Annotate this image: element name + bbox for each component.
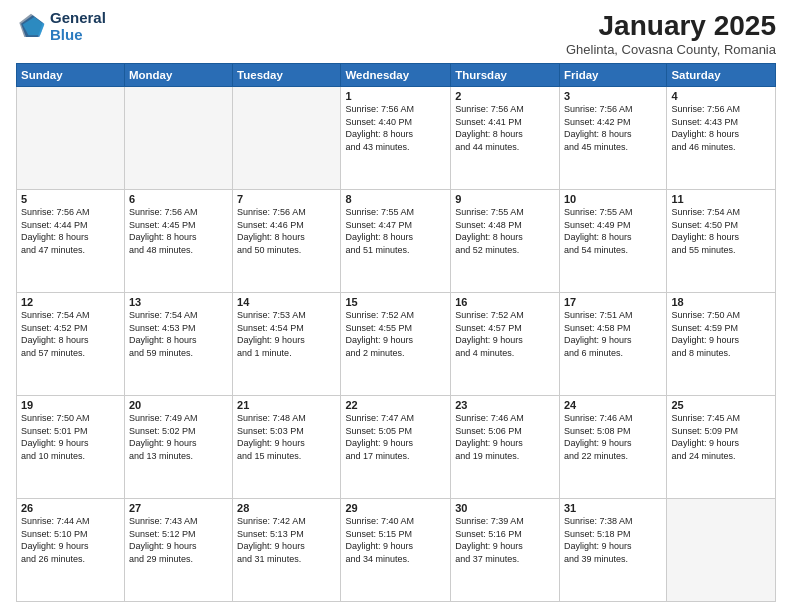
day-info: Sunrise: 7:56 AM Sunset: 4:40 PM Dayligh… bbox=[345, 103, 446, 153]
calendar-cell: 23Sunrise: 7:46 AM Sunset: 5:06 PM Dayli… bbox=[451, 396, 560, 499]
calendar-cell: 27Sunrise: 7:43 AM Sunset: 5:12 PM Dayli… bbox=[124, 499, 232, 602]
calendar-cell: 5Sunrise: 7:56 AM Sunset: 4:44 PM Daylig… bbox=[17, 190, 125, 293]
day-number: 15 bbox=[345, 296, 446, 308]
calendar-cell: 10Sunrise: 7:55 AM Sunset: 4:49 PM Dayli… bbox=[559, 190, 666, 293]
day-info: Sunrise: 7:53 AM Sunset: 4:54 PM Dayligh… bbox=[237, 309, 336, 359]
day-info: Sunrise: 7:52 AM Sunset: 4:55 PM Dayligh… bbox=[345, 309, 446, 359]
day-number: 21 bbox=[237, 399, 336, 411]
day-info: Sunrise: 7:48 AM Sunset: 5:03 PM Dayligh… bbox=[237, 412, 336, 462]
day-number: 27 bbox=[129, 502, 228, 514]
day-info: Sunrise: 7:55 AM Sunset: 4:47 PM Dayligh… bbox=[345, 206, 446, 256]
header: General Blue January 2025 Ghelinta, Cova… bbox=[16, 10, 776, 57]
calendar-cell: 14Sunrise: 7:53 AM Sunset: 4:54 PM Dayli… bbox=[233, 293, 341, 396]
th-monday: Monday bbox=[124, 64, 232, 87]
day-number: 12 bbox=[21, 296, 120, 308]
day-info: Sunrise: 7:39 AM Sunset: 5:16 PM Dayligh… bbox=[455, 515, 555, 565]
calendar-cell: 6Sunrise: 7:56 AM Sunset: 4:45 PM Daylig… bbox=[124, 190, 232, 293]
day-info: Sunrise: 7:46 AM Sunset: 5:08 PM Dayligh… bbox=[564, 412, 662, 462]
day-info: Sunrise: 7:38 AM Sunset: 5:18 PM Dayligh… bbox=[564, 515, 662, 565]
logo-icon bbox=[16, 12, 46, 42]
day-info: Sunrise: 7:40 AM Sunset: 5:15 PM Dayligh… bbox=[345, 515, 446, 565]
day-number: 28 bbox=[237, 502, 336, 514]
day-number: 29 bbox=[345, 502, 446, 514]
calendar-cell bbox=[233, 87, 341, 190]
logo: General Blue bbox=[16, 10, 106, 43]
location-subtitle: Ghelinta, Covasna County, Romania bbox=[566, 42, 776, 57]
day-info: Sunrise: 7:56 AM Sunset: 4:43 PM Dayligh… bbox=[671, 103, 771, 153]
calendar-cell: 3Sunrise: 7:56 AM Sunset: 4:42 PM Daylig… bbox=[559, 87, 666, 190]
calendar-week-4: 19Sunrise: 7:50 AM Sunset: 5:01 PM Dayli… bbox=[17, 396, 776, 499]
day-number: 6 bbox=[129, 193, 228, 205]
day-number: 18 bbox=[671, 296, 771, 308]
calendar-week-5: 26Sunrise: 7:44 AM Sunset: 5:10 PM Dayli… bbox=[17, 499, 776, 602]
calendar-cell: 18Sunrise: 7:50 AM Sunset: 4:59 PM Dayli… bbox=[667, 293, 776, 396]
day-info: Sunrise: 7:56 AM Sunset: 4:41 PM Dayligh… bbox=[455, 103, 555, 153]
calendar-cell: 7Sunrise: 7:56 AM Sunset: 4:46 PM Daylig… bbox=[233, 190, 341, 293]
calendar-cell: 28Sunrise: 7:42 AM Sunset: 5:13 PM Dayli… bbox=[233, 499, 341, 602]
day-number: 26 bbox=[21, 502, 120, 514]
header-row: Sunday Monday Tuesday Wednesday Thursday… bbox=[17, 64, 776, 87]
day-info: Sunrise: 7:55 AM Sunset: 4:48 PM Dayligh… bbox=[455, 206, 555, 256]
calendar-cell bbox=[17, 87, 125, 190]
calendar-cell: 9Sunrise: 7:55 AM Sunset: 4:48 PM Daylig… bbox=[451, 190, 560, 293]
day-info: Sunrise: 7:51 AM Sunset: 4:58 PM Dayligh… bbox=[564, 309, 662, 359]
th-friday: Friday bbox=[559, 64, 666, 87]
day-number: 7 bbox=[237, 193, 336, 205]
day-info: Sunrise: 7:43 AM Sunset: 5:12 PM Dayligh… bbox=[129, 515, 228, 565]
day-number: 23 bbox=[455, 399, 555, 411]
day-info: Sunrise: 7:55 AM Sunset: 4:49 PM Dayligh… bbox=[564, 206, 662, 256]
th-saturday: Saturday bbox=[667, 64, 776, 87]
logo-line2: Blue bbox=[50, 27, 106, 44]
calendar-cell: 16Sunrise: 7:52 AM Sunset: 4:57 PM Dayli… bbox=[451, 293, 560, 396]
day-number: 13 bbox=[129, 296, 228, 308]
day-info: Sunrise: 7:52 AM Sunset: 4:57 PM Dayligh… bbox=[455, 309, 555, 359]
calendar-cell: 29Sunrise: 7:40 AM Sunset: 5:15 PM Dayli… bbox=[341, 499, 451, 602]
day-info: Sunrise: 7:56 AM Sunset: 4:45 PM Dayligh… bbox=[129, 206, 228, 256]
day-info: Sunrise: 7:46 AM Sunset: 5:06 PM Dayligh… bbox=[455, 412, 555, 462]
day-number: 30 bbox=[455, 502, 555, 514]
th-tuesday: Tuesday bbox=[233, 64, 341, 87]
calendar-cell: 31Sunrise: 7:38 AM Sunset: 5:18 PM Dayli… bbox=[559, 499, 666, 602]
day-number: 14 bbox=[237, 296, 336, 308]
day-number: 24 bbox=[564, 399, 662, 411]
calendar-cell: 12Sunrise: 7:54 AM Sunset: 4:52 PM Dayli… bbox=[17, 293, 125, 396]
calendar-cell: 19Sunrise: 7:50 AM Sunset: 5:01 PM Dayli… bbox=[17, 396, 125, 499]
day-info: Sunrise: 7:56 AM Sunset: 4:44 PM Dayligh… bbox=[21, 206, 120, 256]
calendar-cell: 8Sunrise: 7:55 AM Sunset: 4:47 PM Daylig… bbox=[341, 190, 451, 293]
day-number: 31 bbox=[564, 502, 662, 514]
calendar-cell: 26Sunrise: 7:44 AM Sunset: 5:10 PM Dayli… bbox=[17, 499, 125, 602]
day-number: 25 bbox=[671, 399, 771, 411]
calendar-cell: 1Sunrise: 7:56 AM Sunset: 4:40 PM Daylig… bbox=[341, 87, 451, 190]
calendar-cell: 4Sunrise: 7:56 AM Sunset: 4:43 PM Daylig… bbox=[667, 87, 776, 190]
title-block: January 2025 Ghelinta, Covasna County, R… bbox=[566, 10, 776, 57]
th-wednesday: Wednesday bbox=[341, 64, 451, 87]
day-number: 16 bbox=[455, 296, 555, 308]
calendar-cell bbox=[667, 499, 776, 602]
day-number: 9 bbox=[455, 193, 555, 205]
day-number: 22 bbox=[345, 399, 446, 411]
logo-line1: General bbox=[50, 10, 106, 27]
day-info: Sunrise: 7:54 AM Sunset: 4:50 PM Dayligh… bbox=[671, 206, 771, 256]
day-number: 1 bbox=[345, 90, 446, 102]
calendar-cell: 13Sunrise: 7:54 AM Sunset: 4:53 PM Dayli… bbox=[124, 293, 232, 396]
day-info: Sunrise: 7:54 AM Sunset: 4:52 PM Dayligh… bbox=[21, 309, 120, 359]
calendar-week-1: 1Sunrise: 7:56 AM Sunset: 4:40 PM Daylig… bbox=[17, 87, 776, 190]
calendar-cell: 15Sunrise: 7:52 AM Sunset: 4:55 PM Dayli… bbox=[341, 293, 451, 396]
day-info: Sunrise: 7:47 AM Sunset: 5:05 PM Dayligh… bbox=[345, 412, 446, 462]
calendar-table: Sunday Monday Tuesday Wednesday Thursday… bbox=[16, 63, 776, 602]
calendar-week-3: 12Sunrise: 7:54 AM Sunset: 4:52 PM Dayli… bbox=[17, 293, 776, 396]
calendar-cell: 24Sunrise: 7:46 AM Sunset: 5:08 PM Dayli… bbox=[559, 396, 666, 499]
day-number: 11 bbox=[671, 193, 771, 205]
day-number: 3 bbox=[564, 90, 662, 102]
day-info: Sunrise: 7:44 AM Sunset: 5:10 PM Dayligh… bbox=[21, 515, 120, 565]
calendar-cell: 25Sunrise: 7:45 AM Sunset: 5:09 PM Dayli… bbox=[667, 396, 776, 499]
page: General Blue January 2025 Ghelinta, Cova… bbox=[0, 0, 792, 612]
day-info: Sunrise: 7:45 AM Sunset: 5:09 PM Dayligh… bbox=[671, 412, 771, 462]
calendar-week-2: 5Sunrise: 7:56 AM Sunset: 4:44 PM Daylig… bbox=[17, 190, 776, 293]
calendar-cell: 22Sunrise: 7:47 AM Sunset: 5:05 PM Dayli… bbox=[341, 396, 451, 499]
calendar-cell: 2Sunrise: 7:56 AM Sunset: 4:41 PM Daylig… bbox=[451, 87, 560, 190]
calendar-cell: 21Sunrise: 7:48 AM Sunset: 5:03 PM Dayli… bbox=[233, 396, 341, 499]
day-number: 4 bbox=[671, 90, 771, 102]
day-number: 20 bbox=[129, 399, 228, 411]
day-number: 5 bbox=[21, 193, 120, 205]
